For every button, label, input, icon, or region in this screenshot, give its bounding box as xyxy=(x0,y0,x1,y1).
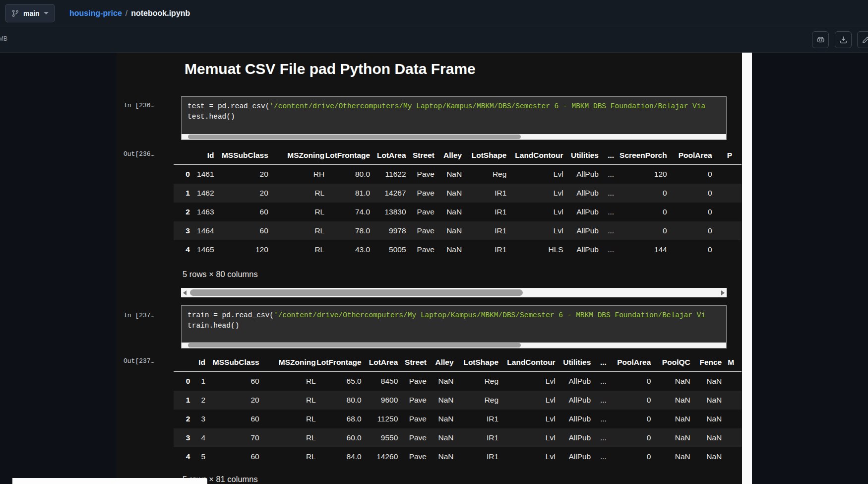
table-cell xyxy=(722,391,742,410)
table-cell: NaN xyxy=(690,410,722,428)
edit-button[interactable] xyxy=(857,31,868,48)
download-button[interactable] xyxy=(835,31,852,48)
table-cell: NaN xyxy=(690,391,722,410)
scrollbar-thumb[interactable] xyxy=(190,289,523,296)
table-cell: 81.0 xyxy=(324,184,370,203)
row-index: 4 xyxy=(174,240,192,259)
column-header: LotFrontage xyxy=(324,146,370,165)
code-line: test = pd.read_csv('/content/drive/Other… xyxy=(187,101,726,112)
table-cell: ... xyxy=(591,410,607,428)
table-cell: 80.0 xyxy=(324,165,370,184)
column-header: P xyxy=(712,146,742,165)
table-cell: RL xyxy=(268,221,324,240)
table-cell: 20 xyxy=(205,391,259,410)
code-cell-237: train = pd.read_csv('/content/drive/Othe… xyxy=(181,305,727,348)
table-cell: 14267 xyxy=(370,184,406,203)
input-prompt-237: In [237… xyxy=(124,312,154,319)
table-row: 0160RL65.08450PaveNaNRegLvlAllPub...0NaN… xyxy=(174,372,742,391)
table-cell: 9600 xyxy=(362,391,398,410)
code-line: test.head() xyxy=(187,112,726,122)
row-index: 2 xyxy=(174,203,192,221)
table-cell: IR1 xyxy=(462,184,506,203)
row-index: 1 xyxy=(174,184,192,203)
dataframe-output-test: IdMSSubClassMSZoningLotFrontageLotAreaSt… xyxy=(174,146,742,259)
table-cell: AllPub xyxy=(556,447,591,466)
code-cell-hscrollbar[interactable] xyxy=(181,134,727,139)
file-toolbar: MB xyxy=(0,26,868,53)
table-cell xyxy=(722,428,742,447)
page: { "header": { "branch_label": "main", "b… xyxy=(0,0,868,484)
table-cell: RL xyxy=(259,447,316,466)
row-index: 0 xyxy=(174,372,192,391)
breadcrumb: housing-price / notebook.ipynb xyxy=(69,0,190,26)
scrollbar-thumb[interactable] xyxy=(188,343,521,347)
table-cell: Pave xyxy=(406,221,434,240)
table-cell: 5005 xyxy=(370,240,406,259)
table-cell: 120 xyxy=(614,165,667,184)
table-cell: Lvl xyxy=(498,372,556,391)
row-index: 3 xyxy=(174,221,192,240)
table-cell: 144 xyxy=(614,240,667,259)
table-cell: 5 xyxy=(192,447,205,466)
table-cell: IR1 xyxy=(454,428,499,447)
row-index: 4 xyxy=(174,447,192,466)
code-line: train.head() xyxy=(187,321,726,331)
table-cell: 0 xyxy=(667,184,712,203)
table-hscrollbar[interactable] xyxy=(181,288,727,297)
vertical-scrollbar[interactable] xyxy=(742,53,752,484)
table-cell: IR1 xyxy=(454,410,499,428)
table-cell: 4 xyxy=(192,428,205,447)
column-header: LotFrontage xyxy=(316,353,362,372)
table-cell: 0 xyxy=(607,391,651,410)
code-cell-hscrollbar[interactable] xyxy=(181,343,727,348)
scroll-right-icon[interactable] xyxy=(721,290,725,295)
branch-selector-button[interactable]: main xyxy=(5,4,55,22)
code-text: train = pd.read_csv('/content/drive/Othe… xyxy=(187,310,726,331)
table-cell: 0 xyxy=(667,203,712,221)
table-cell: AllPub xyxy=(563,184,599,203)
column-header: ... xyxy=(591,353,607,372)
status-bar xyxy=(12,478,207,484)
table-cell: 60 xyxy=(205,447,259,466)
table-cell: 60.0 xyxy=(316,428,362,447)
table-cell: 0 xyxy=(667,240,712,259)
table-cell: RL xyxy=(268,240,324,259)
table-cell: 60 xyxy=(214,221,268,240)
table-cell: 20 xyxy=(214,165,268,184)
table-cell: RL xyxy=(259,372,316,391)
git-branch-icon xyxy=(11,9,19,17)
table-cell: Pave xyxy=(406,165,434,184)
dataframe-table: IdMSSubClassMSZoningLotFrontageLotAreaSt… xyxy=(174,146,742,259)
table-cell: 65.0 xyxy=(316,372,362,391)
column-header: LandContour xyxy=(498,353,556,372)
chevron-down-icon xyxy=(44,12,49,14)
table-row: 1220RL80.09600PaveNaNRegLvlAllPub...0NaN… xyxy=(174,391,742,410)
scrollbar-thumb[interactable] xyxy=(188,135,521,139)
column-header: MSSubClass xyxy=(214,146,268,165)
table-cell: NaN xyxy=(690,447,722,466)
table-cell: Lvl xyxy=(498,428,556,447)
breadcrumb-repo-link[interactable]: housing-price xyxy=(69,9,122,18)
table-cell: Lvl xyxy=(506,184,563,203)
table-cell: RL xyxy=(259,410,316,428)
table-cell: Pave xyxy=(398,391,427,410)
table-cell: ... xyxy=(591,372,607,391)
table-cell: AllPub xyxy=(556,372,591,391)
table-cell: Reg xyxy=(462,165,506,184)
table-cell: NaN xyxy=(690,372,722,391)
table-cell: NaN xyxy=(427,428,454,447)
copilot-button[interactable] xyxy=(812,31,829,48)
column-header: Utilities xyxy=(563,146,599,165)
table-cell: Pave xyxy=(406,240,434,259)
file-size-fragment: MB xyxy=(0,35,7,42)
table-cell: RH xyxy=(268,165,324,184)
top-bar: main housing-price / notebook.ipynb xyxy=(0,0,868,26)
table-cell xyxy=(722,447,742,466)
column-header: Id xyxy=(192,353,205,372)
table-cell: IR1 xyxy=(462,221,506,240)
table-header-row: IdMSSubClassMSZoningLotFrontageLotAreaSt… xyxy=(174,146,742,165)
scroll-left-icon[interactable] xyxy=(183,290,186,295)
breadcrumb-file-name: notebook.ipynb xyxy=(131,9,190,18)
table-cell: 0 xyxy=(667,165,712,184)
table-cell: Lvl xyxy=(498,447,556,466)
